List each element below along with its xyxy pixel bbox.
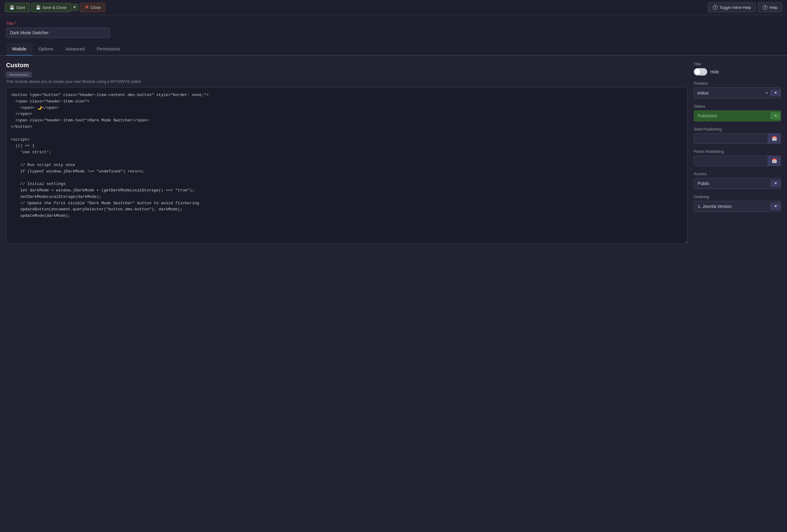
- required-marker: *: [15, 21, 16, 26]
- right-panel: Title Hide Position status × Status Publ…: [694, 62, 781, 527]
- position-clear-button[interactable]: ×: [763, 88, 770, 98]
- title-label: Title *: [6, 21, 781, 26]
- status-group: Status Published: [694, 104, 781, 121]
- position-group: Position status ×: [694, 81, 781, 99]
- tab-options[interactable]: Options: [33, 43, 59, 56]
- ordering-field-label: Ordering: [694, 194, 781, 199]
- save-dropdown-button[interactable]: [71, 4, 79, 11]
- main-content: Custom Administrator This module allows …: [0, 56, 787, 532]
- title-toggle-row: Hide: [694, 68, 781, 76]
- save-button[interactable]: 💾 Save: [5, 3, 30, 12]
- chevron-down-icon: [774, 206, 777, 207]
- calendar-icon: 📅: [772, 158, 777, 163]
- close-icon: ✕: [84, 5, 89, 9]
- help-icon: ?: [763, 5, 767, 10]
- save-close-button[interactable]: 💾 Save & Close: [31, 3, 71, 12]
- chevron-down-icon: [774, 92, 777, 94]
- ordering-select[interactable]: 1. Joomla Version: [694, 201, 781, 212]
- finish-publishing-label: Finish Publishing: [694, 149, 781, 154]
- chevron-down-icon: [73, 6, 76, 8]
- save-close-label: Save & Close: [42, 5, 67, 10]
- help-label: Help: [769, 5, 778, 10]
- finish-publishing-input-wrap: 📅: [694, 156, 781, 166]
- help-group: ? Toggle Inline Help ? Help: [708, 2, 782, 12]
- position-dropdown-button[interactable]: [770, 90, 781, 96]
- start-publishing-calendar-button[interactable]: 📅: [768, 134, 781, 143]
- access-select[interactable]: Public: [694, 178, 781, 189]
- tab-advanced[interactable]: Advanced: [59, 43, 90, 56]
- toggle-inline-help-button[interactable]: ? Toggle Inline Help: [708, 2, 756, 12]
- position-input-wrap: status ×: [694, 87, 781, 99]
- access-value: Public: [694, 178, 770, 189]
- save-close-icon: 💾: [36, 5, 41, 10]
- close-label: Close: [90, 5, 101, 10]
- start-publishing-label: Start Publishing: [694, 127, 781, 131]
- access-field-label: Access: [694, 172, 781, 176]
- help-button[interactable]: ? Help: [758, 2, 782, 12]
- administrator-badge: Administrator: [6, 72, 31, 77]
- chevron-down-icon: [774, 115, 777, 117]
- module-description: This module allows you to create your ow…: [6, 79, 688, 84]
- access-group: Access Public: [694, 172, 781, 189]
- title-field-label: Title: [694, 62, 781, 66]
- status-dropdown-button[interactable]: [770, 112, 781, 120]
- calendar-icon: 📅: [772, 136, 777, 141]
- ordering-value: 1. Joomla Version: [694, 201, 770, 212]
- finish-publishing-calendar-button[interactable]: 📅: [768, 156, 781, 166]
- finish-publishing-group: Finish Publishing 📅: [694, 149, 781, 166]
- title-toggle-group: Title Hide: [694, 62, 781, 76]
- start-publishing-group: Start Publishing 📅: [694, 127, 781, 144]
- toolbar: 💾 Save 💾 Save & Close ✕ Close ? Toggle I…: [0, 0, 787, 15]
- save-label: Save: [16, 5, 25, 10]
- position-value: status: [694, 88, 763, 98]
- section-title: Custom: [6, 62, 688, 69]
- finish-publishing-input[interactable]: [694, 156, 768, 166]
- title-input[interactable]: [6, 27, 110, 38]
- tab-permissions[interactable]: Permissions: [90, 43, 126, 56]
- left-panel: Custom Administrator This module allows …: [6, 62, 688, 527]
- start-publishing-input[interactable]: [694, 134, 768, 143]
- save-icon: 💾: [9, 5, 14, 10]
- chevron-down-icon: [774, 183, 777, 184]
- tab-module[interactable]: Module: [6, 43, 33, 56]
- status-select[interactable]: Published: [694, 110, 781, 121]
- title-hide-toggle[interactable]: [694, 68, 707, 76]
- title-hide-label: Hide: [710, 69, 719, 74]
- code-editor[interactable]: <button type="button" class="header-item…: [6, 87, 688, 243]
- tabs: Module Options Advanced Permissions: [0, 43, 787, 56]
- start-publishing-input-wrap: 📅: [694, 133, 781, 144]
- status-value: Published: [694, 111, 770, 121]
- title-section: Title *: [0, 15, 787, 43]
- position-field-label: Position: [694, 81, 781, 86]
- toggle-inline-help-label: Toggle Inline Help: [719, 5, 751, 10]
- ordering-dropdown-button[interactable]: [770, 203, 781, 210]
- access-dropdown-button[interactable]: [770, 180, 781, 187]
- status-field-label: Status: [694, 104, 781, 109]
- inline-help-icon: ?: [713, 5, 718, 10]
- ordering-group: Ordering 1. Joomla Version: [694, 194, 781, 212]
- close-button[interactable]: ✕ Close: [80, 3, 105, 12]
